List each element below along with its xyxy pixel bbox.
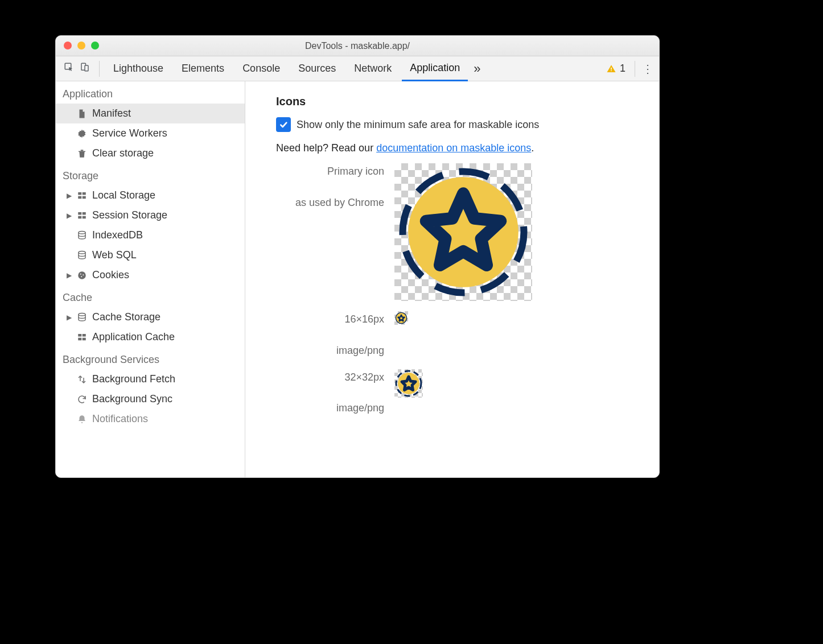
- svg-point-20: [79, 313, 85, 316]
- sync-icon: [76, 394, 88, 404]
- maskable-docs-link[interactable]: documentation on maskable icons: [376, 142, 531, 154]
- icon-type-label: image/png: [276, 400, 384, 416]
- grid-icon: [76, 191, 88, 201]
- device-toolbar-icon[interactable]: [80, 62, 90, 75]
- tabs-overflow-button[interactable]: »: [470, 61, 484, 76]
- warning-count: 1: [620, 63, 626, 75]
- group-storage-header: Storage: [56, 163, 245, 185]
- close-window-button[interactable]: [64, 42, 72, 49]
- svg-rect-9: [83, 196, 86, 199]
- tab-network[interactable]: Network: [346, 57, 400, 80]
- gear-icon: [76, 129, 88, 139]
- sidebar-item-label: Manifest: [92, 108, 131, 119]
- svg-rect-23: [78, 337, 81, 340]
- sidebar-item-web-sql[interactable]: Web SQL: [56, 245, 245, 265]
- primary-icon-label: Primary icon: [276, 163, 384, 180]
- icon-size-label: 32×32px: [276, 369, 384, 386]
- sidebar-item-label: Application Cache: [92, 331, 175, 343]
- chevron-right-icon: ▶: [66, 212, 72, 220]
- help-text: Need help? Read our documentation on mas…: [276, 142, 642, 154]
- svg-rect-2: [85, 65, 88, 71]
- divider: [635, 61, 635, 77]
- sidebar-item-manifest[interactable]: Manifest: [56, 104, 245, 123]
- window-controls: [64, 42, 99, 49]
- devtools-tabbar: Lighthouse Elements Console Sources Netw…: [56, 56, 659, 81]
- svg-rect-13: [83, 216, 86, 218]
- group-cache-header: Cache: [56, 285, 245, 307]
- icon-size-label: 16×16px: [276, 311, 384, 328]
- trash-icon: [76, 148, 88, 159]
- tab-elements[interactable]: Elements: [174, 57, 232, 80]
- sidebar-item-cache-storage[interactable]: ▶ Cache Storage: [56, 307, 245, 327]
- sidebar-item-label: Background Fetch: [92, 373, 175, 385]
- check-icon: [279, 120, 288, 129]
- sidebar-item-cookies[interactable]: ▶ Cookies: [56, 265, 245, 285]
- chevron-right-icon: ▶: [66, 271, 72, 279]
- database-icon: [76, 312, 88, 323]
- more-options-button[interactable]: ⋮: [641, 62, 655, 76]
- divider: [99, 61, 100, 77]
- svg-rect-21: [78, 334, 81, 337]
- sidebar-item-label: Session Storage: [92, 209, 167, 221]
- sidebar-item-clear-storage[interactable]: Clear storage: [56, 143, 245, 163]
- minimize-window-button[interactable]: [77, 42, 85, 49]
- svg-point-16: [78, 271, 86, 279]
- window-title: DevTools - maskable.app/: [56, 41, 659, 51]
- svg-rect-6: [78, 192, 81, 195]
- titlebar: DevTools - maskable.app/: [56, 36, 659, 56]
- sidebar-item-indexeddb[interactable]: IndexedDB: [56, 225, 245, 245]
- primary-icon-sublabel: as used by Chrome: [276, 195, 384, 211]
- svg-rect-24: [83, 337, 86, 340]
- tab-sources[interactable]: Sources: [290, 57, 344, 80]
- database-icon: [76, 230, 88, 241]
- svg-rect-3: [611, 67, 612, 69]
- star-icon: [394, 369, 423, 398]
- safe-area-checkbox[interactable]: [276, 117, 291, 132]
- manifest-panel: Icons Show only the minimum safe area fo…: [245, 81, 659, 477]
- devtools-window: DevTools - maskable.app/ Lighthouse Elem…: [55, 35, 660, 478]
- svg-rect-11: [83, 212, 86, 215]
- svg-point-18: [83, 274, 84, 275]
- group-application-header: Application: [56, 81, 245, 104]
- sidebar-item-local-storage[interactable]: ▶ Local Storage: [56, 185, 245, 205]
- issues-warning-badge[interactable]: 1: [603, 63, 629, 75]
- svg-rect-10: [78, 212, 81, 215]
- sidebar-item-notifications[interactable]: Notifications: [56, 409, 245, 429]
- sidebar-item-label: Clear storage: [92, 147, 154, 159]
- sidebar-item-label: Service Workers: [92, 127, 167, 139]
- icon-type-label: image/png: [276, 342, 384, 359]
- sidebar-item-service-workers[interactable]: Service Workers: [56, 123, 245, 143]
- sidebar-item-background-fetch[interactable]: Background Fetch: [56, 369, 245, 389]
- svg-point-17: [80, 273, 81, 274]
- sidebar-item-label: Cookies: [92, 269, 129, 281]
- star-icon: [394, 163, 532, 301]
- svg-point-14: [79, 231, 85, 234]
- safe-area-checkbox-label: Show only the minimum safe area for mask…: [297, 119, 539, 131]
- svg-rect-22: [83, 334, 86, 337]
- grid-icon: [76, 332, 88, 342]
- tab-lighthouse[interactable]: Lighthouse: [105, 57, 171, 80]
- zoom-window-button[interactable]: [91, 42, 99, 49]
- cookie-icon: [76, 270, 88, 280]
- svg-rect-4: [611, 70, 612, 71]
- tab-console[interactable]: Console: [234, 57, 288, 80]
- chevron-right-icon: ▶: [66, 313, 72, 321]
- sidebar-item-label: Background Sync: [92, 393, 172, 405]
- svg-rect-12: [78, 216, 81, 218]
- sidebar-item-label: Notifications: [92, 413, 148, 425]
- sidebar-item-background-sync[interactable]: Background Sync: [56, 389, 245, 409]
- group-background-services-header: Background Services: [56, 347, 245, 369]
- svg-point-27: [396, 312, 406, 323]
- primary-icon-preview: [394, 163, 532, 301]
- transfer-icon: [76, 374, 88, 385]
- svg-rect-8: [78, 196, 81, 199]
- inspect-element-icon[interactable]: [64, 62, 74, 75]
- sidebar-item-session-storage[interactable]: ▶ Session Storage: [56, 205, 245, 225]
- sidebar-item-application-cache[interactable]: Application Cache: [56, 327, 245, 347]
- icons-heading: Icons: [276, 95, 642, 108]
- tab-application[interactable]: Application: [402, 56, 468, 81]
- grid-icon: [76, 210, 88, 221]
- svg-rect-7: [83, 192, 86, 195]
- sidebar-item-label: Web SQL: [92, 249, 137, 261]
- star-icon: [394, 311, 408, 325]
